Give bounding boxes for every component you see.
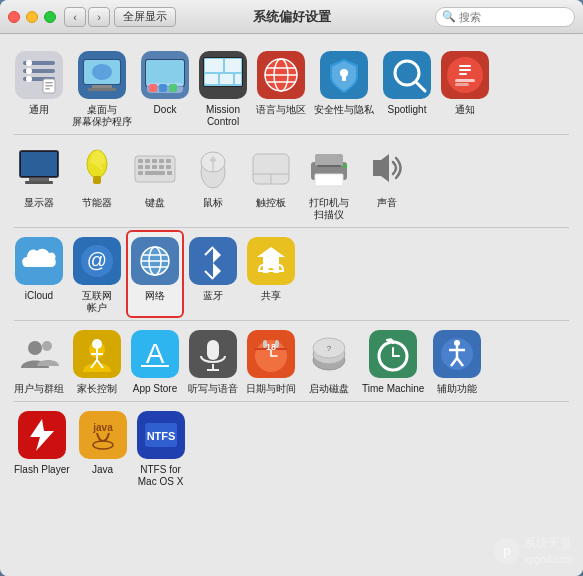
pref-datetime[interactable]: 18 日期与时间 xyxy=(242,323,300,399)
mouse-icon xyxy=(188,143,238,193)
svg-rect-66 xyxy=(145,165,150,169)
pref-parental[interactable]: 家长控制 xyxy=(68,323,126,399)
pref-accessibility[interactable]: 辅助功能 xyxy=(428,323,486,399)
pref-general[interactable]: 通用 xyxy=(10,44,68,132)
icloud-icon xyxy=(14,236,64,286)
svg-rect-22 xyxy=(159,84,167,92)
svg-rect-67 xyxy=(152,165,157,169)
svg-rect-16 xyxy=(88,88,116,91)
pref-icloud[interactable]: iCloud xyxy=(10,230,68,318)
pref-mouse[interactable]: 鼠标 xyxy=(184,137,242,225)
pref-appstore[interactable]: A App Store xyxy=(126,323,184,399)
separator-3 xyxy=(14,320,569,321)
svg-rect-15 xyxy=(92,85,112,88)
timemachine-icon xyxy=(368,329,418,379)
sharing-label: 共享 xyxy=(261,290,281,302)
pref-notify[interactable]: 通知 xyxy=(436,44,494,132)
internet-icon: @ xyxy=(72,236,122,286)
svg-rect-65 xyxy=(138,165,143,169)
show-all-button[interactable]: 全屏显示 xyxy=(114,7,176,27)
flash-label: Flash Player xyxy=(14,464,70,476)
pref-dock[interactable]: Dock xyxy=(136,44,194,132)
svg-text:?: ? xyxy=(327,344,332,353)
pref-users[interactable]: 用户与群组 xyxy=(10,323,68,399)
svg-point-100 xyxy=(28,341,42,355)
pref-sound[interactable]: 声音 xyxy=(358,137,416,225)
pref-startup[interactable]: ? 启动磁盘 xyxy=(300,323,358,399)
svg-rect-27 xyxy=(205,59,223,72)
parental-label: 家长控制 xyxy=(77,383,117,395)
keyboard-icon xyxy=(130,143,180,193)
svg-rect-21 xyxy=(149,84,157,92)
watermark-text: 系统天堂xpgod.com xyxy=(524,535,573,566)
ntfs-icon: NTFS xyxy=(136,410,186,460)
trackpad-icon xyxy=(246,143,296,193)
section-other: Flash Player java Java xyxy=(10,404,573,492)
svg-rect-71 xyxy=(145,171,165,175)
sound-label: 声音 xyxy=(377,197,397,209)
dictation-label: 听写与语音 xyxy=(188,383,238,395)
pref-displays[interactable]: 显示器 xyxy=(10,137,68,225)
svg-rect-8 xyxy=(45,82,53,84)
svg-rect-19 xyxy=(146,60,184,86)
pref-timemachine[interactable]: Time Machine xyxy=(358,323,428,399)
pref-java[interactable]: java Java xyxy=(74,404,132,492)
sharing-icon xyxy=(246,236,296,286)
svg-text:java: java xyxy=(92,422,113,433)
pref-desktop[interactable]: 桌面与屏幕保护程序 xyxy=(68,44,136,132)
svg-point-133 xyxy=(454,340,460,346)
back-button[interactable]: ‹ xyxy=(64,7,86,27)
pref-keyboard[interactable]: 键盘 xyxy=(126,137,184,225)
language-icon xyxy=(256,50,306,100)
search-box[interactable]: 🔍 xyxy=(435,7,575,27)
svg-rect-47 xyxy=(459,65,471,67)
svg-rect-83 xyxy=(317,165,341,167)
pref-security[interactable]: 安全性与隐私 xyxy=(310,44,378,132)
traffic-lights xyxy=(8,11,56,23)
pref-flash[interactable]: Flash Player xyxy=(10,404,74,492)
spotlight-icon xyxy=(382,50,432,100)
pref-mission[interactable]: MissionControl xyxy=(194,44,252,132)
pref-language[interactable]: 语言与地区 xyxy=(252,44,310,132)
watermark-logo: p xyxy=(494,538,520,564)
flash-icon xyxy=(17,410,67,460)
svg-point-14 xyxy=(92,64,112,80)
close-button[interactable] xyxy=(8,11,20,23)
java-label: Java xyxy=(92,464,113,476)
separator-4 xyxy=(14,401,569,402)
pref-energy[interactable]: 节能器 xyxy=(68,137,126,225)
energy-label: 节能器 xyxy=(82,197,112,209)
svg-rect-23 xyxy=(169,84,177,92)
pref-spotlight[interactable]: Spotlight xyxy=(378,44,436,132)
preferences-content: 通用 桌面与屏 xyxy=(0,34,583,576)
titlebar: ‹ › 全屏显示 系统偏好设置 🔍 xyxy=(0,0,583,34)
pref-internet[interactable]: @ 互联网帐户 xyxy=(68,230,126,318)
pref-trackpad[interactable]: 触控板 xyxy=(242,137,300,225)
maximize-button[interactable] xyxy=(44,11,56,23)
energy-icon xyxy=(72,143,122,193)
pref-bluetooth[interactable]: 蓝牙 xyxy=(184,230,242,318)
parental-icon xyxy=(72,329,122,379)
section-system: 用户与群组 xyxy=(10,323,573,399)
svg-rect-72 xyxy=(167,171,172,175)
pref-sharing[interactable]: 共享 xyxy=(242,230,300,318)
pref-network[interactable]: 网络 xyxy=(126,230,184,318)
desktop-icon xyxy=(77,50,127,100)
pref-printers[interactable]: 打印机与扫描仪 xyxy=(300,137,358,225)
svg-rect-50 xyxy=(455,79,475,82)
svg-rect-139 xyxy=(79,411,127,459)
search-input[interactable] xyxy=(459,11,568,23)
svg-rect-61 xyxy=(145,159,150,163)
dictation-icon xyxy=(188,329,238,379)
nav-buttons: ‹ › xyxy=(64,7,110,27)
window-title: 系统偏好设置 xyxy=(253,8,331,26)
svg-point-104 xyxy=(92,339,102,349)
mission-icon xyxy=(198,50,248,100)
pref-dictation[interactable]: 听写与语音 xyxy=(184,323,242,399)
network-icon xyxy=(130,236,180,286)
pref-ntfs[interactable]: NTFS NTFS forMac OS X xyxy=(132,404,190,492)
forward-button[interactable]: › xyxy=(88,7,110,27)
timemachine-label: Time Machine xyxy=(362,383,424,395)
minimize-button[interactable] xyxy=(26,11,38,23)
mouse-label: 鼠标 xyxy=(203,197,223,209)
